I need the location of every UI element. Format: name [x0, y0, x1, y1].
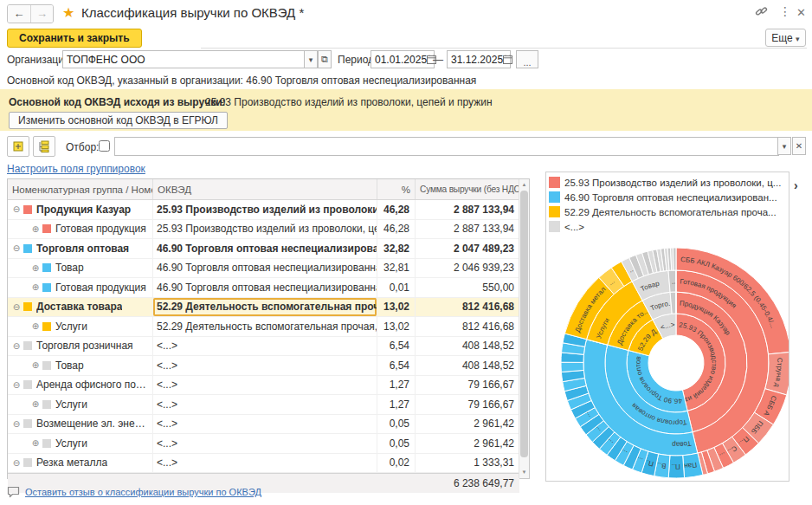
scroll-down-icon[interactable]: ▼	[519, 468, 529, 477]
organization-open-icon[interactable]: ⧉	[318, 50, 332, 68]
forward-button[interactable]: →	[30, 5, 53, 23]
group-color-swatch	[42, 361, 51, 370]
legend-item[interactable]: <...>	[549, 219, 788, 234]
column-header-okved[interactable]: ОКВЭД	[153, 179, 377, 199]
calendar-icon[interactable]	[503, 55, 512, 64]
close-icon[interactable]: ✕	[796, 6, 806, 20]
organization-dropdown-button[interactable]: ▾	[304, 50, 318, 68]
expand-toggle-icon[interactable]: ⊕	[30, 224, 41, 234]
column-header-sum[interactable]: Сумма выручки (без НДС)	[416, 179, 519, 199]
revenue-okved-label: Основной код ОКВЭД исходя из выручки:	[9, 96, 226, 108]
expand-toggle-icon[interactable]: ⊕	[30, 438, 41, 448]
sum-cell: 550,00	[416, 278, 519, 297]
table-row[interactable]: ⊕Услуги<...>1,2779 166,67	[8, 395, 519, 415]
group-name: Услуги	[55, 320, 87, 333]
okved-cell[interactable]: 52.29 Деятельность вспомогательная проча…	[153, 317, 377, 336]
table-row[interactable]: ⊕Готовая продукция46.90 Торговля оптовая…	[8, 278, 519, 298]
okved-cell[interactable]: 25.93 Производство изделий из проволоки,…	[153, 220, 377, 239]
okved-cell[interactable]: <...>	[153, 356, 377, 375]
table-row[interactable]: ⊖Торговля оптовая46.90 Торговля оптовая …	[8, 239, 519, 259]
collapse-toggle-icon[interactable]: ⊖	[11, 302, 22, 312]
table-row[interactable]: ⊖Доставка товара52.29 Деятельность вспом…	[8, 298, 519, 318]
table-row[interactable]: ⊖Возмещение эл. энергии<...>0,052 961,42	[8, 415, 519, 435]
table-row[interactable]: ⊕Готовая продукция25.93 Производство изд…	[8, 220, 519, 240]
sum-cell: 408 148,52	[416, 356, 519, 375]
expand-toggle-icon[interactable]: ⊕	[30, 282, 41, 292]
expand-toggle-icon[interactable]: ⊕	[30, 321, 41, 331]
favorite-star-icon[interactable]: ★	[62, 4, 74, 21]
back-button[interactable]: ←	[8, 5, 30, 23]
comment-bubble-icon	[7, 486, 20, 498]
group-name: Товар	[55, 262, 84, 274]
collapse-toggle-icon[interactable]: ⊖	[11, 243, 22, 253]
period-from-value: 01.01.2025	[375, 54, 427, 66]
scrollbar-thumb[interactable]	[520, 191, 528, 457]
okved-cell[interactable]: <...>	[153, 434, 377, 453]
okved-cell[interactable]: <...>	[153, 454, 377, 473]
table-row[interactable]: ⊖Аренда офисного помещ...<...>1,2779 166…	[8, 376, 519, 396]
collapse-toggle-icon[interactable]: ⊖	[11, 380, 22, 390]
legend-item[interactable]: 25.93 Производство изделий из проволоки,…	[549, 175, 788, 190]
legend-swatch	[549, 177, 560, 188]
feedback-link[interactable]: Оставить отзыв о классификации выручки п…	[25, 487, 261, 497]
okved-cell[interactable]: 25.93 Производство изделий из проволоки,…	[153, 200, 377, 219]
okved-cell[interactable]: <...>	[153, 415, 377, 434]
org-okved-info: Основной код ОКВЭД, указанный в организа…	[7, 74, 476, 87]
period-from-field[interactable]: 01.01.2025	[371, 50, 435, 68]
expand-tree-button[interactable]	[7, 136, 29, 157]
table-row[interactable]: ⊕Услуги52.29 Деятельность вспомогательна…	[8, 317, 519, 337]
collapse-toggle-icon[interactable]: ⊖	[11, 341, 22, 351]
kebab-menu-icon[interactable]: ⋮	[779, 4, 791, 18]
period-to-field[interactable]: 31.12.2025	[447, 50, 511, 68]
table-scrollbar[interactable]: ▲ ▼	[519, 179, 529, 478]
column-header-group[interactable]: Номенклатурная группа / Номен...	[8, 179, 153, 199]
organization-value: ТОПФЕНС ООО	[67, 54, 145, 66]
sunburst-chart-panel: 25.93 Производство изделий из п...46.90 …	[545, 172, 789, 482]
table-row[interactable]: ⊖Продукция Казуар25.93 Производство изде…	[8, 200, 519, 220]
group-name: Торговля оптовая	[36, 243, 129, 255]
filter-clear-button[interactable]: ✕	[792, 137, 806, 155]
period-options-button[interactable]: ...	[516, 50, 538, 68]
expand-toggle-icon[interactable]: ⊕	[30, 263, 41, 273]
table-row[interactable]: ⊕Товар<...>6,54408 148,52	[8, 356, 519, 376]
sum-cell: 2 047 489,23	[416, 239, 519, 258]
okved-cell[interactable]: <...>	[153, 337, 377, 356]
legend-label: <...>	[564, 222, 788, 232]
table-row[interactable]: ⊕Товар46.90 Торговля оптовая неспециализ…	[8, 259, 519, 279]
okved-cell[interactable]: <...>	[153, 395, 377, 414]
okved-cell[interactable]: <...>	[153, 376, 377, 395]
legend-item[interactable]: 46.90 Торговля оптовая неспециализирован…	[549, 190, 788, 204]
group-name: Товар	[55, 359, 84, 372]
organization-field[interactable]: ТОПФЕНС ООО	[62, 50, 306, 68]
filter-checkbox[interactable]	[99, 140, 110, 152]
scroll-up-icon[interactable]: ▲	[519, 180, 529, 190]
group-color-swatch	[23, 244, 32, 253]
configure-group-fields-link[interactable]: Настроить поля группировок	[7, 163, 145, 175]
column-header-percent[interactable]: %	[377, 179, 416, 199]
save-and-close-button[interactable]: Сохранить и закрыть	[7, 29, 142, 48]
expand-toggle-icon[interactable]: ⊕	[30, 360, 41, 370]
command-bar-divider	[201, 48, 807, 49]
table-row[interactable]: ⊖Резка металла<...>0,021 333,31	[8, 454, 519, 474]
collapse-toggle-icon[interactable]: ⊖	[11, 458, 22, 468]
legend-item[interactable]: 52.29 Деятельность вспомогательная проча…	[549, 204, 788, 219]
table-row[interactable]: ⊖Торговля розничная<...>6,54408 148,52	[8, 337, 519, 357]
expand-toggle-icon[interactable]: ⊕	[30, 399, 41, 409]
filter-input[interactable]	[114, 137, 779, 156]
collapse-toggle-icon[interactable]: ⊖	[11, 204, 22, 214]
panel-expander-icon[interactable]: ›	[794, 178, 798, 192]
collapse-toggle-icon[interactable]: ⊖	[11, 419, 22, 429]
change-okved-button[interactable]: Изменить основной код ОКВЭД в ЕГРЮЛ	[9, 112, 228, 129]
sunburst-segment[interactable]	[673, 248, 676, 270]
okved-cell[interactable]: 46.90 Торговля оптовая неспециализирован…	[153, 259, 377, 278]
table-row[interactable]: ⊕Услуги<...>0,052 961,42	[8, 434, 519, 454]
filter-dropdown-button[interactable]: ▾	[777, 137, 791, 155]
okved-cell[interactable]: 46.90 Торговля оптовая неспециализирован…	[153, 239, 377, 258]
get-link-icon[interactable]	[755, 5, 768, 22]
more-button[interactable]: Еще ▾	[765, 29, 806, 47]
collapse-tree-button[interactable]	[33, 136, 55, 157]
okved-cell[interactable]: 46.90 Торговля оптовая неспециализирован…	[153, 278, 377, 297]
sunburst-segment[interactable]	[561, 362, 583, 372]
percent-cell: 46,28	[377, 200, 416, 219]
okved-cell[interactable]: 52.29 Деятельность вспомогательная проча…	[153, 298, 377, 317]
